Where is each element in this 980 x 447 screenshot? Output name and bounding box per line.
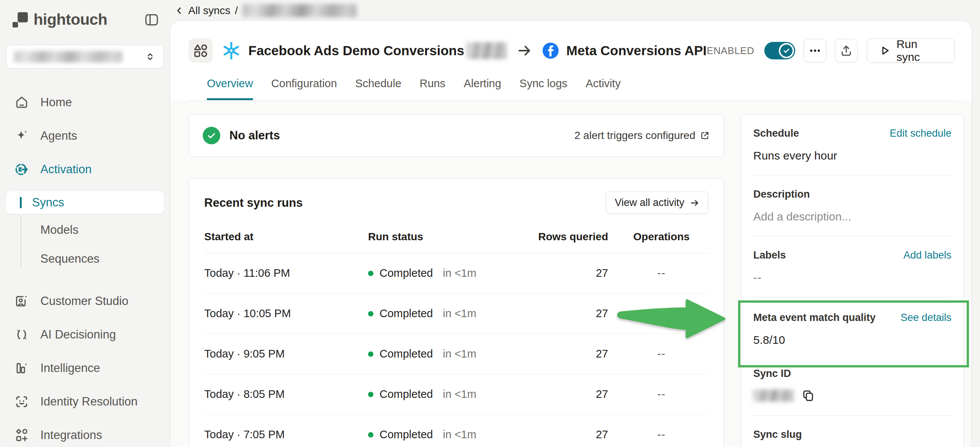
recent-runs-title: Recent sync runs — [204, 196, 303, 210]
sparkle-icon — [14, 129, 29, 143]
table-row[interactable]: Today · 9:05 PM Completedin <1m 27 -- — [204, 334, 708, 374]
play-icon — [879, 45, 890, 56]
sidebar-item-customer-studio[interactable]: Customer Studio — [6, 289, 164, 313]
run-sync-button[interactable]: Run sync — [867, 38, 955, 63]
sidebar: hightouch Home Agents Activation — [0, 0, 170, 447]
sidebar-item-intelligence[interactable]: Intelligence — [6, 356, 164, 380]
destination-title: Meta Conversions API — [566, 43, 706, 58]
alerts-card: No alerts 2 alert triggers configured — [189, 114, 724, 157]
export-icon — [840, 44, 853, 57]
sidebar-item-activation[interactable]: Activation — [6, 158, 164, 181]
table-row[interactable]: Today · 11:06 PM Completedin <1m 27 -- — [204, 253, 708, 294]
labels-label: Labels — [753, 249, 786, 261]
labels-value: -- — [753, 271, 951, 284]
sidebar-item-label: Models — [40, 223, 78, 237]
status-dot — [368, 311, 373, 316]
table-row[interactable]: Today · 10:05 PM Completedin <1m 27 -- — [204, 294, 708, 334]
sidebar-item-label: Syncs — [32, 196, 64, 209]
active-indicator — [20, 197, 22, 208]
brand-wordmark: hightouch — [34, 11, 107, 29]
sync-details-panel: Schedule Edit schedule Runs every hour D… — [741, 114, 964, 447]
source-title-suffix-redacted — [466, 42, 507, 59]
schedule-value: Runs every hour — [753, 149, 951, 162]
tab-alerting[interactable]: Alerting — [464, 77, 501, 100]
arrow-right-icon — [517, 43, 532, 58]
external-link-icon — [700, 131, 710, 140]
identity-resolution-icon — [14, 394, 29, 409]
sidebar-item-label: Home — [40, 96, 72, 109]
hightouch-logo-icon — [11, 11, 29, 29]
sidebar-item-identity-resolution[interactable]: Identity Resolution — [6, 390, 164, 413]
tab-runs[interactable]: Runs — [420, 77, 445, 100]
copy-icon[interactable] — [801, 389, 815, 402]
nav-tree-line — [21, 216, 21, 267]
workspace-name-redacted — [14, 51, 122, 62]
status-dot — [368, 351, 373, 357]
sidebar-item-label: Activation — [40, 163, 91, 176]
breadcrumb-current-redacted — [242, 4, 357, 17]
success-check-icon — [203, 127, 220, 144]
sidebar-item-integrations[interactable]: Integrations — [6, 423, 164, 447]
table-row[interactable]: Today · 7:05 PM Completedin <1m 27 -- — [204, 415, 708, 447]
sync-id-value-redacted — [753, 390, 794, 402]
source-title: Facebook Ads Demo Conversions — [248, 43, 464, 58]
sidebar-item-label: Intelligence — [40, 361, 100, 375]
col-operations: Operations — [612, 231, 711, 243]
ellipsis-icon — [809, 44, 821, 57]
main-sheet: Facebook Ads Demo Conversions Meta Conve… — [170, 21, 972, 447]
status-dot — [368, 271, 373, 276]
sync-slug-label: Sync slug — [753, 429, 802, 441]
schedule-label: Schedule — [753, 128, 799, 139]
tab-activity[interactable]: Activity — [586, 77, 621, 100]
match-quality-label: Meta event match quality — [753, 312, 876, 324]
sidebar-collapse-icon[interactable] — [143, 11, 160, 28]
sidebar-item-home[interactable]: Home — [6, 91, 164, 114]
enabled-status-label: ENABLED — [707, 45, 754, 57]
alerts-title: No alerts — [229, 129, 280, 142]
table-header-row: Started at Run status Rows queried Opera… — [204, 231, 708, 253]
facebook-icon — [542, 42, 559, 59]
description-section: Description Add a description... — [741, 176, 964, 236]
col-started-at: Started at — [204, 231, 368, 243]
tab-configuration[interactable]: Configuration — [271, 77, 337, 100]
customer-studio-icon — [14, 294, 29, 308]
toggle-check-icon — [779, 43, 794, 58]
ai-decisioning-icon — [14, 327, 29, 342]
status-dot — [368, 392, 373, 397]
sidebar-item-label: Customer Studio — [40, 294, 128, 308]
sidebar-item-label: Agents — [40, 129, 77, 143]
sidebar-item-ai-decisioning[interactable]: AI Decisioning — [6, 323, 164, 346]
labels-section: Labels Add labels -- — [741, 236, 964, 297]
model-shapes-icon — [189, 38, 213, 63]
workspace-selector[interactable] — [6, 45, 164, 69]
tab-overview[interactable]: Overview — [207, 77, 253, 100]
edit-schedule-link[interactable]: Edit schedule — [890, 128, 951, 139]
overview-content: No alerts 2 alert triggers configured Re… — [170, 101, 972, 447]
tab-schedule[interactable]: Schedule — [355, 77, 401, 100]
see-details-link[interactable]: See details — [900, 312, 951, 324]
tab-bar: Overview Configuration Schedule Runs Ale… — [189, 77, 955, 101]
view-all-activity-button[interactable]: View all activity — [606, 192, 708, 214]
sidebar-item-models[interactable]: Models — [6, 219, 164, 241]
sidebar-item-syncs[interactable]: Syncs — [6, 191, 164, 214]
sidebar-item-label: Integrations — [40, 428, 102, 442]
export-button[interactable] — [835, 39, 858, 62]
alert-triggers-link[interactable]: 2 alert triggers configured — [574, 129, 710, 142]
home-icon — [14, 95, 29, 110]
breadcrumb-all-syncs[interactable]: All syncs — [188, 5, 230, 17]
sync-header: Facebook Ads Demo Conversions Meta Conve… — [170, 21, 972, 101]
description-placeholder[interactable]: Add a description... — [753, 210, 951, 223]
sidebar-item-label: Identity Resolution — [40, 395, 138, 409]
sidebar-item-agents[interactable]: Agents — [6, 124, 164, 148]
arrow-right-icon — [690, 198, 700, 208]
more-actions-button[interactable] — [804, 39, 826, 62]
add-labels-link[interactable]: Add labels — [903, 249, 951, 261]
activation-icon — [14, 162, 29, 177]
sidebar-item-sequences[interactable]: Sequences — [6, 248, 164, 270]
table-row[interactable]: Today · 8:05 PM Completedin <1m 27 -- — [204, 374, 708, 415]
sync-slug-section: Sync slug — [741, 416, 964, 441]
breadcrumb: All syncs / — [175, 3, 357, 18]
enabled-toggle[interactable] — [764, 42, 795, 59]
tab-sync-logs[interactable]: Sync logs — [519, 77, 567, 100]
intelligence-icon — [14, 361, 29, 375]
